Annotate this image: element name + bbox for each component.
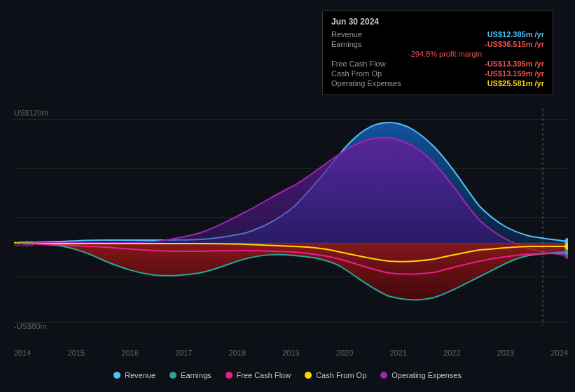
tooltip-row-opex: Operating Expenses US$25.581m /yr [331,79,544,88]
legend-label-earnings: Earnings [181,371,211,379]
tooltip-profit-margin: -294.8% profit margin [408,50,544,58]
chart-legend: Revenue Earnings Free Cash Flow Cash Fro… [0,371,575,379]
chart-svg [14,108,568,360]
tooltip-label-earnings: Earnings [331,40,408,48]
x-label-2014: 2014 [14,349,31,357]
x-label-2021: 2021 [389,349,406,357]
legend-dot-opex [380,372,387,379]
x-label-2023: 2023 [497,349,514,357]
x-label-2018: 2018 [229,349,246,357]
x-label-2015: 2015 [68,349,85,357]
legend-label-cfo: Cash From Op [316,371,366,379]
tooltip-value-opex: US$25.581m /yr [487,79,544,88]
x-label-2019: 2019 [282,349,299,357]
tooltip-label-opex: Operating Expenses [331,79,408,88]
tooltip-row-cfo: Cash From Op -US$13.159m /yr [331,69,544,78]
x-label-2016: 2016 [121,349,138,357]
tooltip-value-cfo: -US$13.159m /yr [485,69,544,78]
legend-label-fcf: Free Cash Flow [237,371,291,379]
tooltip-box: Jun 30 2024 Revenue US$12.385m /yr Earni… [322,10,553,95]
legend-item-earnings[interactable]: Earnings [169,371,211,379]
tooltip-row-earnings: Earnings -US$36.515m /yr [331,40,544,48]
tooltip-label-fcf: Free Cash Flow [331,59,408,68]
legend-dot-earnings [169,372,176,379]
legend-label-revenue: Revenue [125,371,155,379]
chart-container: Jun 30 2024 Revenue US$12.385m /yr Earni… [0,0,575,392]
x-label-2020: 2020 [336,349,353,357]
tooltip-value-revenue: US$12.385m /yr [487,30,544,38]
legend-dot-fcf [226,372,233,379]
tooltip-value-earnings: -US$36.515m /yr [485,40,544,48]
tooltip-row-revenue: Revenue US$12.385m /yr [331,30,544,38]
legend-item-cfo[interactable]: Cash From Op [305,371,366,379]
x-label-2017: 2017 [175,349,192,357]
tooltip-value-fcf: -US$13.395m /yr [485,59,544,68]
x-label-2024: 2024 [550,349,567,357]
legend-dot-cfo [305,372,312,379]
tooltip-label-cfo: Cash From Op [331,69,408,78]
legend-dot-revenue [113,372,120,379]
tooltip-label-revenue: Revenue [331,30,408,38]
legend-label-opex: Operating Expenses [392,371,462,379]
legend-item-fcf[interactable]: Free Cash Flow [226,371,291,379]
x-axis-labels: 2014 2015 2016 2017 2018 2019 2020 2021 … [14,345,568,357]
tooltip-date: Jun 30 2024 [331,17,544,27]
legend-item-opex[interactable]: Operating Expenses [380,371,462,379]
tooltip-row-fcf: Free Cash Flow -US$13.395m /yr [331,59,544,68]
x-label-2022: 2022 [443,349,460,357]
legend-item-revenue[interactable]: Revenue [113,371,155,379]
